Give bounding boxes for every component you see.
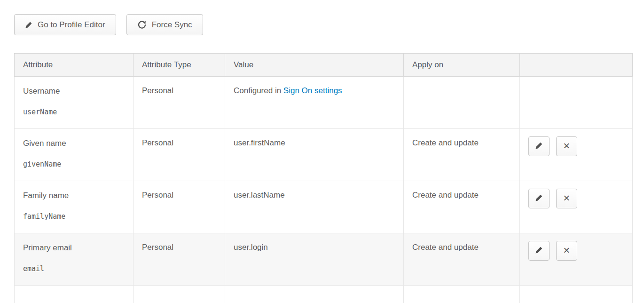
close-icon: × xyxy=(563,245,570,256)
row-actions-cell xyxy=(520,77,633,129)
apply-on-cell: Create and update xyxy=(404,233,520,286)
attribute-mappings-table: Attribute Attribute Type Value Apply on … xyxy=(14,53,633,303)
apply-on-cell xyxy=(404,77,520,129)
pencil-icon xyxy=(535,193,543,204)
row-actions-cell: × xyxy=(520,129,633,181)
apply-on-cell: Create and update xyxy=(404,129,520,181)
row-actions-cell: × xyxy=(520,181,633,233)
attribute-label: Given name xyxy=(23,138,125,149)
go-to-profile-editor-button[interactable]: Go to Profile Editor xyxy=(14,14,116,35)
remove-attribute-button[interactable]: × xyxy=(556,136,577,156)
empty-cell xyxy=(520,286,633,303)
value-text: user.lastName xyxy=(234,191,285,199)
attribute-label: Username xyxy=(23,86,125,96)
attribute-cell: Username userName xyxy=(15,77,134,129)
empty-cell xyxy=(404,286,520,303)
edit-attribute-button[interactable] xyxy=(528,136,550,156)
attribute-type-cell: Personal xyxy=(134,77,225,129)
value-cell: user.login xyxy=(225,233,404,286)
column-header-attribute-type: Attribute Type xyxy=(134,54,225,77)
attribute-cell: Given name givenName xyxy=(15,129,134,181)
attribute-type-cell: Personal xyxy=(134,181,225,233)
attribute-variable-name: familyName xyxy=(23,212,125,221)
sign-on-settings-link[interactable]: Sign On settings xyxy=(283,86,342,95)
attribute-variable-name: givenName xyxy=(23,160,125,168)
edit-attribute-button[interactable] xyxy=(528,189,550,208)
remove-attribute-button[interactable]: × xyxy=(556,189,577,208)
close-icon: × xyxy=(563,140,570,152)
force-sync-label: Force Sync xyxy=(152,20,192,30)
value-text: user.firstName xyxy=(234,138,285,147)
value-text: Configured in xyxy=(234,86,281,95)
value-text: user.login xyxy=(234,243,268,252)
pencil-icon xyxy=(535,246,543,256)
attribute-variable-name: email xyxy=(23,264,125,273)
edit-attribute-button[interactable] xyxy=(528,241,550,261)
remove-attribute-button[interactable]: × xyxy=(556,241,577,261)
attribute-label: Primary email xyxy=(23,243,125,253)
table-row: Given name givenName Personal user.first… xyxy=(15,129,633,181)
toolbar: Go to Profile Editor Force Sync xyxy=(14,14,632,35)
attribute-variable-name: userName xyxy=(23,108,125,116)
row-actions-cell: × xyxy=(520,233,633,286)
value-cell: Configured in Sign On settings xyxy=(225,77,404,129)
attribute-cell: Family name familyName xyxy=(15,181,134,233)
provisioning-attributes-page: Go to Profile Editor Force Sync Attribut… xyxy=(0,0,644,303)
refresh-icon xyxy=(137,20,147,30)
close-icon: × xyxy=(563,192,570,204)
empty-cell xyxy=(15,286,134,303)
column-header-apply-on: Apply on xyxy=(404,54,520,77)
attribute-type-cell: Personal xyxy=(134,129,225,181)
column-header-actions xyxy=(520,54,633,77)
column-header-value: Value xyxy=(225,54,404,77)
attribute-type-cell: Personal xyxy=(134,233,225,286)
column-header-attribute: Attribute xyxy=(15,54,134,77)
pencil-icon xyxy=(25,21,32,29)
force-sync-button[interactable]: Force Sync xyxy=(126,14,203,35)
table-row: Username userName Personal Configured in… xyxy=(15,77,633,129)
pencil-icon xyxy=(535,141,543,152)
empty-cell xyxy=(225,286,404,303)
table-row-partial xyxy=(15,286,633,303)
attribute-cell: Primary email email xyxy=(15,233,134,286)
table-row: Primary email email Personal user.login … xyxy=(15,233,633,286)
attribute-label: Family name xyxy=(23,191,125,201)
table-row: Family name familyName Personal user.las… xyxy=(15,181,633,233)
value-cell: user.firstName xyxy=(225,129,404,181)
value-cell: user.lastName xyxy=(225,181,404,233)
go-to-profile-editor-label: Go to Profile Editor xyxy=(38,20,105,30)
apply-on-cell: Create and update xyxy=(404,181,520,233)
empty-cell xyxy=(134,286,225,303)
table-header-row: Attribute Attribute Type Value Apply on xyxy=(15,54,633,77)
